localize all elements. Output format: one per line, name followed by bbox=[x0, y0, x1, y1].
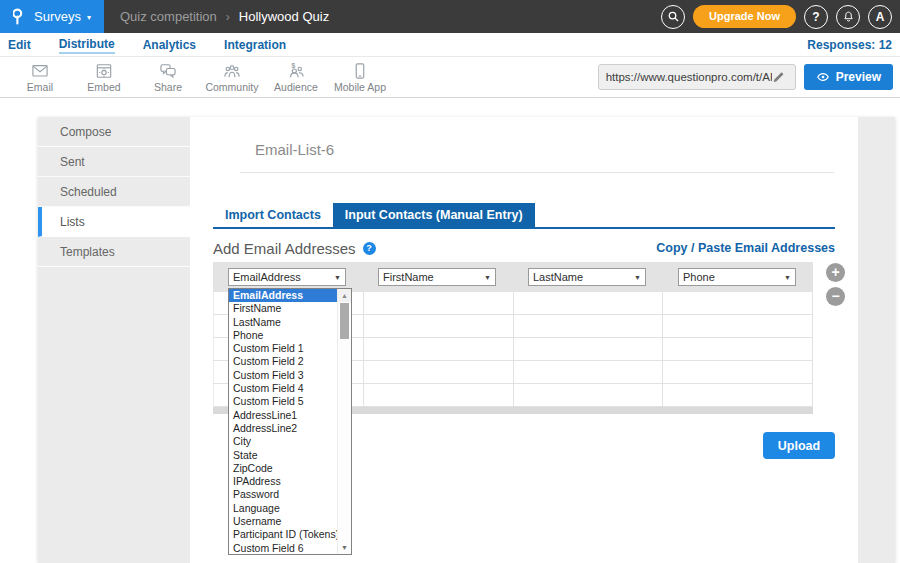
email-list-title[interactable]: Email-List-6 bbox=[255, 141, 334, 158]
field-select-last-name[interactable]: LastName ▼ bbox=[528, 268, 646, 286]
tabs-underline bbox=[213, 227, 835, 229]
upload-button[interactable]: Upload bbox=[763, 432, 835, 459]
search-button[interactable] bbox=[661, 5, 685, 29]
eye-icon bbox=[816, 71, 830, 83]
edit-url-button[interactable] bbox=[772, 71, 788, 84]
top-header: Surveys ▾ Quiz competition › Hollywood Q… bbox=[0, 0, 900, 33]
survey-url-field[interactable]: https://www.questionpro.com/t/APNrFZ bbox=[598, 64, 796, 90]
sidebar-item-lists[interactable]: Lists bbox=[38, 207, 190, 237]
account-avatar[interactable]: A bbox=[868, 5, 892, 29]
toolbar-item-community[interactable]: Community bbox=[200, 61, 264, 93]
distribute-toolbar: Email Embed Share bbox=[0, 57, 900, 98]
email-panel: Compose Sent Scheduled Lists Templates E… bbox=[38, 117, 895, 563]
scrollbar-thumb[interactable] bbox=[340, 303, 349, 339]
share-icon bbox=[158, 61, 178, 81]
title-underline bbox=[240, 172, 834, 173]
nav-item-analytics[interactable]: Analytics bbox=[143, 36, 196, 53]
responses-count[interactable]: Responses: 12 bbox=[807, 38, 892, 52]
help-tooltip-icon[interactable]: ? bbox=[363, 242, 376, 255]
scroll-down-icon[interactable]: ▼ bbox=[338, 541, 351, 554]
field-select-first-name[interactable]: FirstName ▼ bbox=[378, 268, 496, 286]
dropdown-option-custom-field-6[interactable]: Custom Field 6 bbox=[229, 542, 337, 554]
nav-item-integration[interactable]: Integration bbox=[224, 36, 286, 53]
breadcrumb-parent[interactable]: Quiz competition bbox=[120, 9, 217, 24]
dropdown-option-username[interactable]: Username bbox=[229, 515, 337, 528]
upgrade-now-button[interactable]: Upgrade Now bbox=[693, 5, 796, 28]
select-arrow-icon: ▼ bbox=[334, 274, 341, 281]
bell-icon bbox=[842, 10, 855, 23]
breadcrumb-current: Hollywood Quiz bbox=[239, 9, 329, 24]
pencil-icon bbox=[772, 71, 785, 84]
section-header-row: Add Email Addresses ? Copy / Paste Email… bbox=[213, 238, 835, 258]
breadcrumb: Quiz competition › Hollywood Quiz bbox=[120, 9, 329, 24]
dropdown-option-custom-field-3[interactable]: Custom Field 3 bbox=[229, 369, 337, 382]
notifications-button[interactable] bbox=[836, 5, 860, 29]
nav-item-distribute[interactable]: Distribute bbox=[59, 35, 115, 54]
dropdown-option-addressline1[interactable]: AddressLine1 bbox=[229, 409, 337, 422]
product-label: Surveys bbox=[34, 9, 81, 24]
field-select-phone[interactable]: Phone ▼ bbox=[678, 268, 796, 286]
preview-button[interactable]: Preview bbox=[804, 64, 893, 90]
field-select-email-address[interactable]: EmailAddress ▼ bbox=[228, 268, 346, 286]
select-arrow-icon: ▼ bbox=[484, 274, 491, 281]
question-icon: ? bbox=[812, 10, 819, 24]
sidebar-item-scheduled[interactable]: Scheduled bbox=[38, 177, 190, 207]
nav-item-edit[interactable]: Edit bbox=[8, 36, 31, 53]
toolbar-item-embed[interactable]: Embed bbox=[72, 61, 136, 93]
copy-paste-link[interactable]: Copy / Paste Email Addresses bbox=[656, 241, 835, 255]
email-sidebar: Compose Sent Scheduled Lists Templates bbox=[38, 117, 190, 267]
tab-import-contacts[interactable]: Import Contacts bbox=[213, 203, 333, 227]
page-body: Compose Sent Scheduled Lists Templates E… bbox=[0, 98, 900, 563]
dropdown-option-lastname[interactable]: LastName bbox=[229, 316, 337, 329]
questionpro-logo-icon bbox=[13, 8, 28, 25]
survey-link-group: https://www.questionpro.com/t/APNrFZ Pre… bbox=[598, 64, 893, 90]
dropdown-option-custom-field-4[interactable]: Custom Field 4 bbox=[229, 382, 337, 395]
dropdown-option-state[interactable]: State bbox=[229, 449, 337, 462]
tab-input-contacts-manual[interactable]: Input Contacts (Manual Entry) bbox=[333, 203, 535, 227]
select-arrow-icon: ▼ bbox=[784, 274, 791, 281]
mobile-app-icon bbox=[350, 61, 370, 81]
embed-icon bbox=[94, 61, 114, 81]
dropdown-option-custom-field-2[interactable]: Custom Field 2 bbox=[229, 355, 337, 368]
sidebar-item-compose[interactable]: Compose bbox=[38, 117, 190, 147]
sidebar-item-sent[interactable]: Sent bbox=[38, 147, 190, 177]
remove-row-button[interactable]: − bbox=[826, 287, 845, 306]
scrollbar-track[interactable] bbox=[338, 340, 351, 541]
select-arrow-icon: ▼ bbox=[634, 274, 641, 281]
email-icon bbox=[30, 61, 50, 81]
sidebar-item-templates[interactable]: Templates bbox=[38, 237, 190, 267]
dropdown-option-ipaddress[interactable]: IPAddress bbox=[229, 475, 337, 488]
chevron-down-icon: ▾ bbox=[87, 13, 91, 22]
dropdown-option-emailaddress[interactable]: EmailAddress bbox=[229, 289, 337, 302]
toolbar-item-share[interactable]: Share bbox=[136, 61, 200, 93]
dropdown-option-password[interactable]: Password bbox=[229, 488, 337, 501]
dropdown-option-participant-id[interactable]: Participant ID (Tokens) bbox=[229, 528, 337, 541]
dropdown-option-custom-field-1[interactable]: Custom Field 1 bbox=[229, 342, 337, 355]
dropdown-option-language[interactable]: Language bbox=[229, 502, 337, 515]
toolbar-item-audience[interactable]: $ Audience bbox=[264, 61, 328, 93]
dropdown-option-addressline2[interactable]: AddressLine2 bbox=[229, 422, 337, 435]
toolbar-item-mobile-app[interactable]: Mobile App bbox=[328, 61, 392, 93]
scroll-up-icon[interactable]: ▲ bbox=[338, 289, 351, 302]
dropdown-option-firstname[interactable]: FirstName bbox=[229, 302, 337, 315]
column-header-4: Phone ▼ bbox=[663, 262, 813, 292]
contacts-tabs: Import Contacts Input Contacts (Manual E… bbox=[213, 203, 535, 227]
add-row-button[interactable]: + bbox=[826, 263, 845, 282]
dropdown-option-custom-field-5[interactable]: Custom Field 5 bbox=[229, 395, 337, 408]
column-header-2: FirstName ▼ bbox=[363, 262, 513, 292]
help-button[interactable]: ? bbox=[804, 5, 828, 29]
search-icon bbox=[667, 10, 680, 23]
product-switcher[interactable]: Surveys ▾ bbox=[0, 0, 104, 33]
dropdown-option-city[interactable]: City bbox=[229, 435, 337, 448]
header-actions: Upgrade Now ? A bbox=[661, 5, 900, 29]
breadcrumb-separator-icon: › bbox=[226, 10, 230, 24]
dropdown-scrollbar[interactable]: ▲ ▼ bbox=[337, 289, 351, 554]
app-window: Surveys ▾ Quiz competition › Hollywood Q… bbox=[0, 0, 900, 563]
audience-icon: $ bbox=[286, 61, 306, 81]
column-header-3: LastName ▼ bbox=[513, 262, 663, 292]
add-email-addresses-heading: Add Email Addresses bbox=[213, 240, 356, 257]
toolbar-item-email[interactable]: Email bbox=[8, 61, 72, 93]
survey-url-value: https://www.questionpro.com/t/APNrFZ bbox=[606, 71, 772, 83]
dropdown-option-zipcode[interactable]: ZipCode bbox=[229, 462, 337, 475]
dropdown-option-phone[interactable]: Phone bbox=[229, 329, 337, 342]
